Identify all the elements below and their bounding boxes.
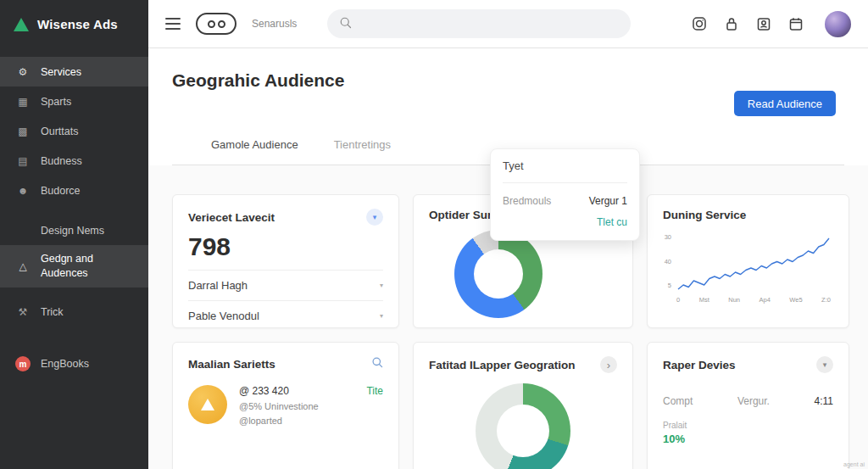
search-input[interactable]: [359, 18, 619, 31]
sidebar-item-gedgn-audences[interactable]: Gedgn and Audences: [0, 245, 148, 288]
layers-icon: [15, 155, 31, 167]
tab-tientretings[interactable]: Tientretings: [334, 138, 391, 151]
donut-chart: [476, 383, 570, 469]
stat-value: 798: [188, 232, 383, 261]
sidebar-item-engbooks[interactable]: m EngBooks: [0, 349, 148, 379]
device-col-label: Compt: [663, 395, 693, 407]
gear-icon: [15, 66, 31, 78]
grid-icon: [15, 96, 31, 108]
line-chart: [676, 233, 831, 293]
brand-text: Senarusls: [252, 18, 297, 30]
page-title: Geograhic Audience: [172, 70, 844, 91]
card-veriecet-lavecit: Veriecet Lavecit 798 Darral Hagh ▾ Pable…: [172, 194, 399, 328]
profile-line: @5% Uninvestione: [239, 401, 354, 411]
sidebar-item-label: Trick: [41, 306, 64, 318]
list-item-pable-venodul[interactable]: Pable Venodul ▾: [188, 300, 383, 331]
read-audience-button[interactable]: Read Audience: [734, 91, 836, 116]
card-title: Duning Service: [663, 209, 746, 221]
card-raper-devies: Raper Devies Compt Vergur. 4:11 Pralait …: [647, 342, 849, 469]
users-icon: [15, 185, 31, 197]
chevron-right-icon[interactable]: [600, 356, 617, 373]
card-duning-service: Duning Service 30 40 5 0 Mst Nun Ap4 We5…: [647, 194, 849, 328]
card-title: Fatitad ILapper Geogration: [429, 359, 576, 371]
sidebar-item-label: EngBooks: [41, 358, 89, 370]
watermark: agent ai: [843, 461, 865, 467]
lock-icon[interactable]: [723, 15, 740, 32]
caret-icon: ▾: [380, 312, 383, 320]
popover-row-label: Bredmouls: [503, 195, 551, 207]
sidebar-item-label: Gedgn and Audences: [41, 252, 133, 281]
list-item-label: Darral Hagh: [188, 279, 248, 292]
app-title: Wisense Ads: [37, 17, 118, 31]
tab-gamole-audience[interactable]: Gamole Audience: [211, 138, 298, 151]
camera-icon[interactable]: [691, 15, 708, 32]
sidebar: Wisense Ads Services Sparts Ourttats Bud…: [0, 0, 148, 469]
contact-card-icon[interactable]: [755, 15, 772, 32]
device-col-value: 4:11: [815, 395, 833, 407]
sidebar-item-design-nems[interactable]: Design Nems: [0, 215, 148, 245]
card-title: Veriecet Lavecit: [188, 211, 275, 224]
engbooks-badge-icon: m: [15, 356, 31, 371]
device-sub-label: Pralait: [663, 421, 833, 430]
sidebar-item-label: Budness: [41, 155, 82, 167]
popover-row[interactable]: Bredmouls Vergur 1: [503, 183, 627, 207]
menu-icon[interactable]: [165, 18, 181, 30]
topbar: Senarusls: [148, 0, 868, 48]
main-content: Geograhic Audience Read Audience Gamole …: [148, 48, 868, 469]
popover-row-value: Vergur 1: [589, 195, 627, 207]
sidebar-item-label: Services: [41, 66, 81, 78]
card-title: Raper Devies: [663, 359, 736, 371]
popover-title: Tyet: [503, 159, 627, 183]
sidebar-item-label: Design Nems: [41, 225, 104, 237]
profile-line: @ 233 420: [239, 385, 354, 397]
list-item-label: Pable Venodul: [188, 310, 259, 322]
popover-link[interactable]: Tlet cu: [503, 216, 627, 228]
y-axis-ticks: 30 40 5: [663, 233, 676, 289]
status-tag: Tite: [366, 385, 383, 426]
list-item-darral-hagh[interactable]: Darral Hagh ▾: [188, 270, 383, 300]
x-axis-ticks: 0 Mst Nun Ap4 We5 Z:0: [676, 296, 831, 304]
profile-avatar: [188, 385, 227, 424]
search-icon: [339, 16, 352, 32]
caret-icon: ▾: [380, 282, 383, 289]
device-percent: 10%: [663, 433, 833, 445]
card-fatitad-geogration: Fatitad ILapper Geogration: [413, 342, 633, 469]
sidebar-item-label: Sparts: [41, 96, 71, 108]
chevron-down-icon[interactable]: [366, 209, 383, 226]
sidebar-item-label: Ourttats: [41, 126, 78, 137]
profile-line: @loparted: [239, 416, 354, 426]
popover-menu: Tyet Bredmouls Vergur 1 Tlet cu: [490, 148, 640, 241]
card-maalian-sarietts: Maalian Sarietts @ 233 420 @5% Uninvesti…: [172, 342, 399, 469]
sidebar-item-trick[interactable]: Trick: [0, 298, 148, 327]
card-title: Optider Surk: [429, 209, 498, 221]
sidebar-item-budorce[interactable]: Budorce: [0, 176, 148, 205]
sidebar-item-budness[interactable]: Budness: [0, 146, 148, 176]
sidebar-item-label: Budorce: [41, 185, 81, 197]
tools-icon: [15, 306, 31, 318]
chevron-down-icon[interactable]: [816, 356, 833, 373]
sidebar-item-sparts[interactable]: Sparts: [0, 87, 148, 116]
sidebar-nav: Services Sparts Ourttats Budness Budorce…: [0, 57, 148, 379]
audience-icon: [15, 260, 31, 273]
device-col-label: Vergur.: [737, 395, 770, 407]
card-title: Maalian Sarietts: [188, 358, 275, 371]
brand-badge-icon[interactable]: [196, 13, 236, 35]
calendar-icon[interactable]: [787, 15, 804, 32]
app-logo-icon: [14, 18, 29, 31]
search-small-icon[interactable]: [371, 356, 383, 371]
search-bar[interactable]: [327, 9, 631, 38]
sidebar-item-ourttats[interactable]: Ourttats: [0, 116, 148, 146]
user-avatar[interactable]: [825, 11, 851, 37]
donut-chart: [454, 230, 542, 318]
modules-icon: [15, 126, 31, 137]
app-logo[interactable]: Wisense Ads: [0, 0, 148, 48]
sidebar-item-services[interactable]: Services: [0, 57, 148, 87]
